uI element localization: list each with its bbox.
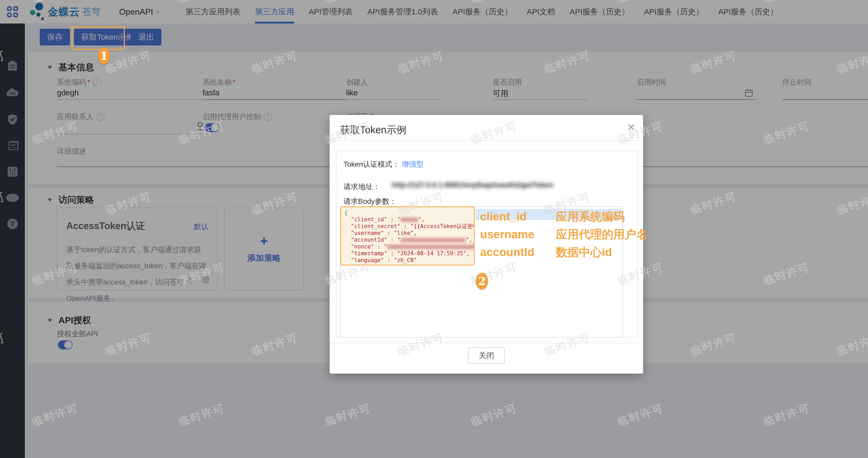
selection-highlight [475, 209, 623, 220]
modal-title: 获取Token示例 [340, 123, 406, 136]
app-root: 金蝶云 苍穹 OpenAPI ∨ 第三方应用列表第三方应用API管理列表API服… [0, 0, 868, 458]
request-body-code[interactable]: { "client_id" : "", "client_secret" : "{… [340, 206, 475, 266]
divider [330, 140, 643, 141]
close-button[interactable]: 关闭 [468, 347, 505, 364]
token-mode-label: Token认证模式： 增强型 [343, 159, 424, 169]
close-icon[interactable]: ✕ [627, 122, 635, 133]
divider [330, 343, 643, 343]
token-mode-link[interactable]: 增强型 [402, 160, 424, 168]
request-body-label: 请求Body参数： [343, 196, 397, 206]
token-example-modal: 获取Token示例 ✕ Token认证模式： 增强型 请求地址： http://… [330, 115, 643, 374]
request-url-value: http://127.0.0.1:8081/ierp/kapi/oauth2/g… [392, 181, 554, 189]
request-url-label: 请求地址： [343, 182, 380, 192]
